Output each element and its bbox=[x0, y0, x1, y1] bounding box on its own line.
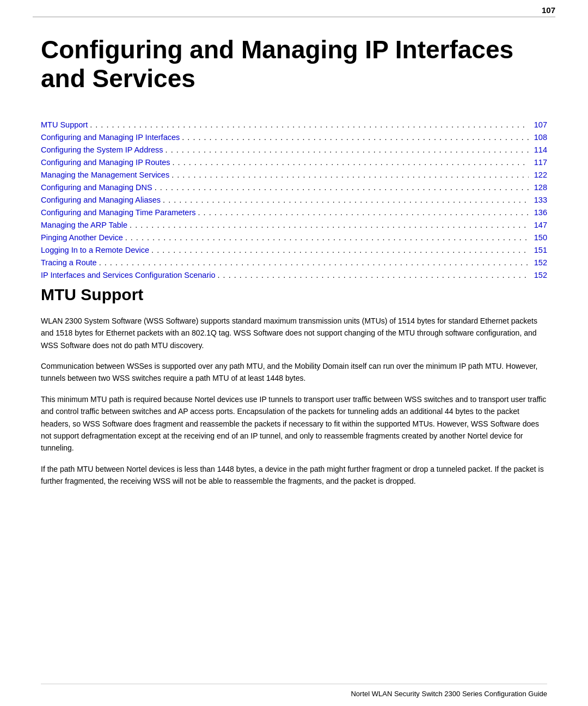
toc-dots bbox=[125, 233, 529, 242]
table-of-contents: MTU Support107Configuring and Managing I… bbox=[41, 120, 547, 280]
toc-page-number: 152 bbox=[531, 258, 547, 267]
toc-page-number: 114 bbox=[531, 145, 547, 154]
toc-dots bbox=[173, 158, 529, 167]
toc-row: MTU Support107 bbox=[41, 120, 547, 130]
page-number: 107 bbox=[542, 5, 555, 15]
toc-row: Pinging Another Device150 bbox=[41, 233, 547, 242]
toc-link[interactable]: Logging In to a Remote Device bbox=[41, 246, 149, 254]
toc-row: IP Interfaces and Services Configuration… bbox=[41, 271, 547, 280]
chapter-title: Configuring and Managing IP Interfaces a… bbox=[41, 35, 547, 93]
toc-dots bbox=[151, 246, 529, 255]
toc-dots bbox=[218, 271, 529, 280]
toc-row: Configuring the System IP Address114 bbox=[41, 145, 547, 155]
toc-link[interactable]: Configuring the System IP Address bbox=[41, 145, 163, 154]
toc-page-number: 150 bbox=[531, 233, 547, 242]
top-rule bbox=[33, 16, 555, 17]
section-heading: MTU Support bbox=[41, 285, 547, 304]
toc-row: Configuring and Managing Aliases133 bbox=[41, 196, 547, 205]
toc-row: Managing the Management Services122 bbox=[41, 171, 547, 180]
toc-dots bbox=[171, 171, 529, 180]
toc-page-number: 128 bbox=[531, 183, 547, 192]
toc-dots bbox=[182, 133, 529, 142]
toc-link[interactable]: Configuring and Managing IP Interfaces bbox=[41, 133, 180, 142]
body-paragraph: Communication between WSSes is supported… bbox=[41, 360, 547, 385]
toc-row: Configuring and Managing IP Routes117 bbox=[41, 158, 547, 167]
toc-dots bbox=[163, 196, 529, 205]
toc-page-number: 151 bbox=[531, 246, 547, 254]
toc-dots bbox=[130, 221, 529, 230]
toc-row: Configuring and Managing Time Parameters… bbox=[41, 208, 547, 217]
footer-text: Nortel WLAN Security Switch 2300 Series … bbox=[351, 690, 547, 698]
toc-link[interactable]: Configuring and Managing DNS bbox=[41, 183, 152, 192]
toc-dots bbox=[198, 208, 529, 217]
toc-row: Configuring and Managing DNS128 bbox=[41, 183, 547, 192]
bottom-rule bbox=[41, 684, 547, 684]
toc-link[interactable]: Managing the ARP Table bbox=[41, 221, 127, 229]
toc-link[interactable]: Tracing a Route bbox=[41, 258, 97, 267]
toc-link[interactable]: Configuring and Managing Time Parameters bbox=[41, 208, 196, 217]
toc-dots bbox=[99, 258, 529, 267]
toc-link[interactable]: Pinging Another Device bbox=[41, 233, 123, 242]
toc-page-number: 136 bbox=[531, 208, 547, 217]
toc-dots bbox=[166, 145, 529, 155]
body-paragraph: WLAN 2300 System Software (WSS Software)… bbox=[41, 315, 547, 351]
toc-page-number: 147 bbox=[531, 221, 547, 229]
toc-link[interactable]: IP Interfaces and Services Configuration… bbox=[41, 271, 216, 279]
content-area: Configuring and Managing IP Interfaces a… bbox=[0, 0, 588, 539]
toc-link[interactable]: MTU Support bbox=[41, 120, 88, 129]
toc-row: Configuring and Managing IP Interfaces10… bbox=[41, 133, 547, 142]
mtu-support-section: MTU SupportWLAN 2300 System Software (WS… bbox=[41, 285, 547, 488]
toc-page-number: 122 bbox=[531, 171, 547, 179]
toc-dots bbox=[90, 120, 529, 130]
toc-link[interactable]: Configuring and Managing Aliases bbox=[41, 196, 161, 204]
body-paragraph: This minimum MTU path is required becaus… bbox=[41, 393, 547, 454]
toc-row: Tracing a Route152 bbox=[41, 258, 547, 267]
toc-row: Logging In to a Remote Device151 bbox=[41, 246, 547, 255]
toc-page-number: 108 bbox=[531, 133, 547, 142]
page-container: 107 Configuring and Managing IP Interfac… bbox=[0, 0, 588, 706]
body-paragraph: If the path MTU between Nortel devices i… bbox=[41, 463, 547, 488]
toc-page-number: 117 bbox=[531, 158, 547, 167]
toc-link[interactable]: Configuring and Managing IP Routes bbox=[41, 158, 170, 167]
toc-page-number: 133 bbox=[531, 196, 547, 204]
toc-row: Managing the ARP Table147 bbox=[41, 221, 547, 230]
toc-page-number: 152 bbox=[531, 271, 547, 279]
toc-link[interactable]: Managing the Management Services bbox=[41, 171, 169, 179]
toc-page-number: 107 bbox=[531, 120, 547, 129]
toc-dots bbox=[155, 183, 529, 192]
